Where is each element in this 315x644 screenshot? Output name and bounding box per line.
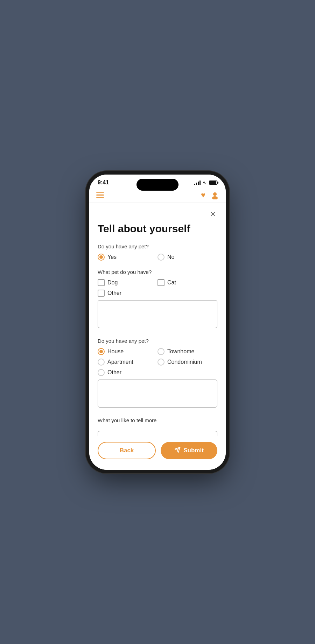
pet-yes-label: Yes bbox=[107, 254, 117, 260]
pet-type-section: What pet do you have? Dog Cat Other bbox=[98, 269, 217, 330]
pet-yes-option[interactable]: Yes bbox=[98, 254, 158, 261]
pet-type-label: What pet do you have? bbox=[98, 269, 217, 275]
dog-label: Dog bbox=[107, 279, 118, 286]
user-svg-icon bbox=[211, 192, 219, 199]
pet-other-option[interactable]: Other bbox=[98, 290, 217, 297]
more-info-input[interactable] bbox=[98, 431, 217, 436]
dog-option[interactable]: Dog bbox=[98, 279, 158, 286]
dynamic-island bbox=[136, 179, 178, 191]
dog-checkbox[interactable] bbox=[98, 279, 105, 286]
condominium-option[interactable]: Condominium bbox=[158, 359, 217, 366]
close-button-row: ✕ bbox=[98, 208, 217, 220]
housing-other-input[interactable] bbox=[98, 380, 217, 408]
townhome-radio[interactable] bbox=[158, 348, 164, 355]
svg-point-0 bbox=[213, 192, 217, 196]
house-option[interactable]: House bbox=[98, 348, 158, 355]
apartment-label: Apartment bbox=[107, 359, 133, 365]
more-info-section: What you like to tell more bbox=[98, 417, 217, 436]
profile-icon[interactable] bbox=[211, 191, 219, 200]
phone-shell: 9:41 ∿ ♥ bbox=[89, 175, 226, 470]
pet-yes-radio[interactable] bbox=[98, 254, 105, 261]
pet-radio-group: Yes No bbox=[98, 254, 217, 261]
form-scroll-area: ✕ Tell about yourself Do you have any pe… bbox=[89, 203, 226, 436]
pet-no-label: No bbox=[167, 254, 174, 260]
housing-section: Do you have any pet? House Townhome Apar… bbox=[98, 338, 217, 409]
townhome-option[interactable]: Townhome bbox=[158, 348, 217, 355]
condominium-label: Condominium bbox=[167, 359, 202, 365]
housing-question-label: Do you have any pet? bbox=[98, 338, 217, 344]
pet-no-option[interactable]: No bbox=[158, 254, 217, 261]
apartment-radio[interactable] bbox=[98, 359, 105, 366]
pet-question-label: Do you have any pet? bbox=[98, 243, 217, 249]
cat-checkbox[interactable] bbox=[158, 279, 164, 286]
apartment-option[interactable]: Apartment bbox=[98, 359, 158, 366]
nav-right: ♥ bbox=[201, 191, 219, 200]
menu-icon[interactable] bbox=[96, 192, 104, 198]
housing-other-radio[interactable] bbox=[98, 369, 105, 376]
wifi-icon: ∿ bbox=[203, 180, 207, 185]
submit-button[interactable]: Submit bbox=[161, 442, 217, 459]
townhome-label: Townhome bbox=[167, 348, 194, 355]
housing-other-label: Other bbox=[107, 369, 121, 376]
pet-no-radio[interactable] bbox=[158, 254, 164, 261]
bottom-buttons: Back Submit bbox=[89, 436, 226, 470]
pet-type-checkbox-group: Dog Cat Other bbox=[98, 279, 217, 297]
close-button[interactable]: ✕ bbox=[209, 208, 217, 220]
battery-icon bbox=[209, 181, 217, 185]
submit-label: Submit bbox=[183, 447, 204, 454]
house-label: House bbox=[107, 348, 124, 355]
status-time: 9:41 bbox=[98, 179, 109, 186]
pet-other-label: Other bbox=[107, 290, 121, 296]
pet-other-input[interactable] bbox=[98, 300, 217, 328]
housing-radio-group: House Townhome Apartment Condominium Oth… bbox=[98, 348, 217, 376]
status-icons: ∿ bbox=[194, 180, 217, 185]
submit-icon bbox=[174, 447, 181, 454]
housing-other-option[interactable]: Other bbox=[98, 369, 217, 376]
signal-bars-icon bbox=[194, 180, 201, 185]
pet-section: Do you have any pet? Yes No bbox=[98, 243, 217, 261]
cat-option[interactable]: Cat bbox=[158, 279, 217, 286]
back-button[interactable]: Back bbox=[98, 442, 156, 459]
pet-other-checkbox[interactable] bbox=[98, 290, 105, 297]
page-title: Tell about yourself bbox=[98, 222, 217, 235]
condominium-radio[interactable] bbox=[158, 359, 164, 366]
svg-point-1 bbox=[212, 196, 218, 199]
more-info-label: What you like to tell more bbox=[98, 417, 217, 423]
cat-label: Cat bbox=[167, 279, 176, 286]
favorites-icon[interactable]: ♥ bbox=[201, 191, 205, 200]
house-radio[interactable] bbox=[98, 348, 105, 355]
